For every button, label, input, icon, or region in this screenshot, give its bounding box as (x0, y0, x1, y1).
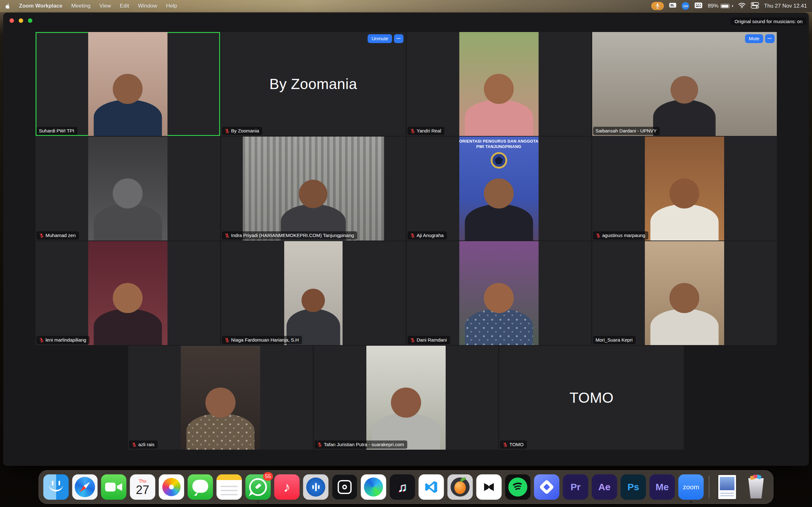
participant-name: Suhardi PWI TPI (39, 128, 74, 133)
calendar-dock-icon[interactable]: Thu27 (130, 474, 155, 500)
participant-tile[interactable]: By Zoomania Unmute ••• By Zoomania (221, 32, 406, 136)
trash-dock-icon[interactable] (744, 474, 769, 500)
facetime-dock-icon[interactable] (101, 474, 126, 500)
participant-name-tag: Muhamad zen (37, 231, 79, 239)
media-encoder-dock-icon[interactable]: Me (650, 474, 675, 500)
whatsapp-dock-icon[interactable]: 55 (246, 474, 271, 500)
dock: Thu2755♪♫PrAePsMezoom (39, 470, 774, 504)
muted-mic-icon (410, 233, 415, 238)
participant-tile[interactable]: Mute ••• Saibansah Dardani - UPNVY (592, 32, 777, 136)
premiere-pro-dock-icon[interactable]: Pr (563, 474, 589, 500)
participant-tile[interactable]: leni marlindapiliang (36, 241, 220, 345)
notes-dock-icon[interactable] (217, 474, 242, 500)
apple-menu-icon[interactable] (5, 3, 10, 9)
muted-mic-icon (224, 128, 230, 133)
after-effects-dock-icon[interactable]: Ae (592, 474, 617, 500)
mute-toggle-button[interactable]: Unmute (368, 34, 392, 43)
participant-tile[interactable]: ORIENTASI PENGURUS DAN ANGGOTA PWI TANJU… (407, 136, 591, 240)
participant-name-tag: TOMO (500, 441, 527, 449)
person-silhouette (94, 176, 162, 240)
menu-bar: Zoom Workplace Meeting View Edit Window … (0, 0, 812, 12)
person-silhouette (187, 385, 255, 450)
muted-mic-icon (596, 233, 601, 238)
wifi-icon[interactable] (738, 3, 746, 10)
battery-indicator[interactable]: 89% (708, 3, 733, 9)
music-dock-icon[interactable]: ♪ (274, 474, 300, 500)
participant-tile[interactable]: Tafan Juristian Putra - suarakepri.com (314, 346, 498, 450)
participant-name: azli rais (138, 442, 154, 447)
tile-more-button[interactable]: ••• (765, 34, 774, 43)
tile-more-button[interactable]: ••• (394, 34, 403, 43)
person-silhouette (465, 72, 533, 136)
zoom-dock-icon[interactable]: zoom (678, 474, 704, 500)
fl-studio-dock-icon[interactable] (448, 474, 473, 500)
participant-tile[interactable]: Mori_Suara Kepri (592, 241, 777, 345)
person-silhouette (653, 72, 716, 136)
safari-dock-icon[interactable] (72, 474, 98, 500)
edge-dock-icon[interactable] (361, 474, 386, 500)
finder-dock-icon[interactable] (44, 474, 69, 500)
participant-tile[interactable]: Muhamad zen (36, 136, 220, 240)
menu-view[interactable]: View (99, 3, 111, 9)
original-sound-banner[interactable]: Original sound for musicians: on (731, 17, 806, 25)
participant-tile[interactable]: agustinus marpaung (592, 136, 777, 240)
muted-mic-icon (224, 233, 230, 238)
menubar-app-name[interactable]: Zoom Workplace (19, 3, 62, 9)
participant-tile[interactable]: Dani Ramdani (407, 241, 591, 345)
pwi-emblem-icon (491, 152, 507, 169)
document-dock-icon[interactable] (715, 474, 740, 500)
menu-window[interactable]: Window (138, 3, 157, 9)
tile-hover-buttons: Unmute ••• (368, 34, 403, 43)
participant-name-tag: Indra Priyadi (HARIANMEMOKEPRI.COM) Tanj… (222, 231, 357, 239)
participant-video (284, 241, 343, 345)
window-minimize-button[interactable] (19, 18, 23, 23)
gallery-row-4: azli rais Tafan Juristian Putra - suarak… (128, 346, 684, 450)
participant-name: leni marlindapiliang (46, 337, 86, 343)
blue-diamond-app-dock-icon[interactable] (534, 474, 560, 500)
participant-name: Tafan Juristian Putra - suarakepri.com (324, 442, 404, 447)
muted-mic-icon (39, 233, 44, 238)
gallery-row-3: leni marlindapiliang Niaga Fardomuan Har… (36, 241, 777, 345)
participant-tile[interactable]: azli rais (128, 346, 313, 450)
participant-tile[interactable]: Suhardi PWI TPI (36, 32, 220, 136)
muted-mic-icon (224, 337, 230, 343)
menu-edit[interactable]: Edit (120, 3, 129, 9)
photoshop-dock-icon[interactable]: Ps (621, 474, 646, 500)
tiktok-dock-icon[interactable]: ♫ (390, 474, 415, 500)
muted-mic-icon (503, 442, 508, 447)
control-center-icon[interactable] (751, 2, 759, 10)
window-fullscreen-button[interactable] (28, 18, 32, 23)
vscode-dock-icon[interactable] (419, 474, 444, 500)
participant-name: Saibansah Dardani - UPNVY (596, 128, 657, 133)
participant-video (181, 346, 260, 450)
black-emblem-app-dock-icon[interactable] (332, 474, 357, 500)
photos-dock-icon[interactable] (159, 474, 184, 500)
participant-name: Indra Priyadi (HARIANMEMOKEPRI.COM) Tanj… (231, 233, 354, 238)
audio-app-dock-icon[interactable] (303, 474, 328, 500)
screen-mirroring-icon[interactable] (669, 2, 676, 10)
menu-help[interactable]: Help (166, 3, 177, 9)
zoom-menubar-icon[interactable]: zm (681, 2, 689, 10)
participant-name: By Zoomania (231, 128, 259, 133)
mic-in-use-indicator-icon[interactable] (651, 2, 664, 10)
window-close-button[interactable] (9, 18, 14, 23)
participant-video (592, 32, 777, 136)
participant-tile[interactable]: Indra Priyadi (HARIANMEMOKEPRI.COM) Tanj… (221, 136, 406, 240)
capcut-dock-icon[interactable] (476, 474, 502, 500)
dock-separator (709, 475, 710, 498)
menubar-clock[interactable]: Thu 27 Nov 12.41 (764, 3, 807, 9)
participant-video (88, 136, 167, 240)
person-silhouette (372, 385, 440, 450)
menu-meeting[interactable]: Meeting (71, 3, 90, 9)
participant-tile[interactable]: Niaga Fardomuan Harianja, S.H (221, 241, 406, 345)
spotify-dock-icon[interactable] (505, 474, 531, 500)
messages-dock-icon[interactable] (188, 474, 213, 500)
poster-line-1: ORIENTASI PENGURUS DAN ANGGOTA (459, 139, 539, 144)
poster-line-2: PWI TANJUNGPINANG (459, 144, 539, 150)
participant-tile[interactable]: Yandri Real (407, 32, 591, 136)
battery-icon (720, 4, 730, 8)
keyboard-switcher-icon[interactable] (694, 2, 703, 10)
participant-tile[interactable]: TOMO TOMO (499, 346, 684, 450)
participant-name-tag: Suhardi PWI TPI (37, 127, 78, 135)
mute-toggle-button[interactable]: Mute (745, 34, 763, 43)
